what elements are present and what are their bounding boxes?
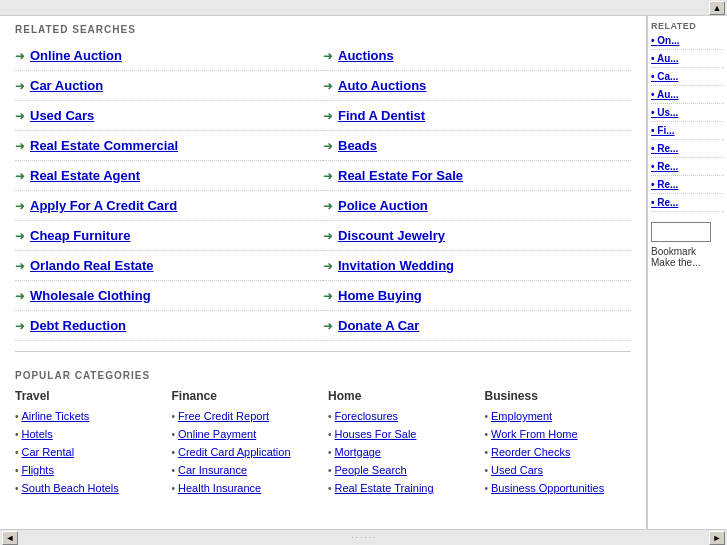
search-item: ➜ Auto Auctions xyxy=(323,71,631,101)
arrow-icon: ➜ xyxy=(323,229,333,243)
search-item: ➜ Auctions xyxy=(323,41,631,71)
section-divider xyxy=(15,351,631,352)
travel-link-1[interactable]: Airline Tickets xyxy=(22,410,90,422)
search-item: ➜ Orlando Real Estate xyxy=(15,251,323,281)
home-link-3[interactable]: Mortgage xyxy=(335,446,381,458)
home-link-4[interactable]: People Search xyxy=(335,464,407,476)
search-link-auctions[interactable]: Auctions xyxy=(338,48,394,63)
arrow-icon: ➜ xyxy=(323,139,333,153)
arrow-icon: ➜ xyxy=(15,109,25,123)
scroll-right-btn[interactable]: ► xyxy=(709,531,725,545)
sidebar-link-7[interactable]: • Re... xyxy=(651,161,724,176)
top-scrollbar: ▲ xyxy=(0,0,727,16)
search-link-real-estate-commercial[interactable]: Real Estate Commercial xyxy=(30,138,178,153)
category-business-list: Employment Work From Home Reorder Checks… xyxy=(485,408,632,495)
arrow-icon: ➜ xyxy=(15,229,25,243)
sidebar-link-1[interactable]: • Au... xyxy=(651,53,724,68)
travel-link-5[interactable]: South Beach Hotels xyxy=(22,482,119,494)
bookmark-input-box[interactable] xyxy=(651,222,711,242)
home-link-2[interactable]: Houses For Sale xyxy=(335,428,417,440)
sidebar-link-6[interactable]: • Re... xyxy=(651,143,724,158)
sidebar-link-3[interactable]: • Au... xyxy=(651,89,724,104)
sidebar-link-8[interactable]: • Re... xyxy=(651,179,724,194)
search-link-credit-card[interactable]: Apply For A Credit Card xyxy=(30,198,177,213)
arrow-icon: ➜ xyxy=(15,319,25,333)
category-travel: Travel Airline Tickets Hotels Car Rental… xyxy=(15,389,162,498)
sidebar-link-4[interactable]: • Us... xyxy=(651,107,724,122)
search-link-debt-reduction[interactable]: Debt Reduction xyxy=(30,318,126,333)
business-link-2[interactable]: Work From Home xyxy=(491,428,578,440)
list-item: Business Opportunities xyxy=(485,480,632,495)
scroll-left-btn[interactable]: ◄ xyxy=(2,531,18,545)
list-item: Credit Card Application xyxy=(172,444,319,459)
search-link-cheap-furniture[interactable]: Cheap Furniture xyxy=(30,228,130,243)
search-link-online-auction[interactable]: Online Auction xyxy=(30,48,122,63)
business-link-4[interactable]: Used Cars xyxy=(491,464,543,476)
finance-link-1[interactable]: Free Credit Report xyxy=(178,410,269,422)
list-item: Health Insurance xyxy=(172,480,319,495)
sidebar-link-0[interactable]: • On... xyxy=(651,35,724,50)
category-home: Home Foreclosures Houses For Sale Mortga… xyxy=(328,389,475,498)
search-link-wholesale-clothing[interactable]: Wholesale Clothing xyxy=(30,288,151,303)
search-item: ➜ Car Auction xyxy=(15,71,323,101)
sidebar-link-5[interactable]: • Fi... xyxy=(651,125,724,140)
category-home-list: Foreclosures Houses For Sale Mortgage Pe… xyxy=(328,408,475,495)
business-link-5[interactable]: Business Opportunities xyxy=(491,482,604,494)
arrow-icon: ➜ xyxy=(15,79,25,93)
finance-link-5[interactable]: Health Insurance xyxy=(178,482,261,494)
category-business: Business Employment Work From Home Reord… xyxy=(485,389,632,498)
business-link-3[interactable]: Reorder Checks xyxy=(491,446,570,458)
home-link-1[interactable]: Foreclosures xyxy=(335,410,399,422)
search-link-donate-car[interactable]: Donate A Car xyxy=(338,318,419,333)
popular-categories-section: POPULAR CATEGORIES Travel Airline Ticket… xyxy=(0,362,646,506)
search-item: ➜ Used Cars xyxy=(15,101,323,131)
category-finance-title: Finance xyxy=(172,389,319,403)
arrow-icon: ➜ xyxy=(323,169,333,183)
category-finance-list: Free Credit Report Online Payment Credit… xyxy=(172,408,319,495)
travel-link-2[interactable]: Hotels xyxy=(22,428,53,440)
business-link-1[interactable]: Employment xyxy=(491,410,552,422)
finance-link-3[interactable]: Credit Card Application xyxy=(178,446,291,458)
search-item: ➜ Online Auction xyxy=(15,41,323,71)
list-item: Car Rental xyxy=(15,444,162,459)
arrow-icon: ➜ xyxy=(323,259,333,273)
finance-link-4[interactable]: Car Insurance xyxy=(178,464,247,476)
search-link-used-cars[interactable]: Used Cars xyxy=(30,108,94,123)
category-home-title: Home xyxy=(328,389,475,403)
search-item: ➜ Real Estate Agent xyxy=(15,161,323,191)
bookmark-text-2: Make the... xyxy=(651,257,724,268)
travel-link-4[interactable]: Flights xyxy=(22,464,54,476)
search-link-police-auction[interactable]: Police Auction xyxy=(338,198,428,213)
home-link-5[interactable]: Real Estate Training xyxy=(335,482,434,494)
arrow-icon: ➜ xyxy=(15,169,25,183)
category-travel-list: Airline Tickets Hotels Car Rental Flight… xyxy=(15,408,162,495)
list-item: Airline Tickets xyxy=(15,408,162,423)
list-item: Flights xyxy=(15,462,162,477)
search-link-home-buying[interactable]: Home Buying xyxy=(338,288,422,303)
arrow-icon: ➜ xyxy=(323,109,333,123)
search-link-real-estate-sale[interactable]: Real Estate For Sale xyxy=(338,168,463,183)
scroll-dots: · · · · · · xyxy=(351,533,375,542)
search-link-beads[interactable]: Beads xyxy=(338,138,377,153)
sidebar-link-9[interactable]: • Re... xyxy=(651,197,724,212)
scroll-up-btn[interactable]: ▲ xyxy=(709,1,725,15)
search-item: ➜ Cheap Furniture xyxy=(15,221,323,251)
search-link-discount-jewelry[interactable]: Discount Jewelry xyxy=(338,228,445,243)
arrow-icon: ➜ xyxy=(15,49,25,63)
list-item: Online Payment xyxy=(172,426,319,441)
sidebar-link-2[interactable]: • Ca... xyxy=(651,71,724,86)
search-link-orlando[interactable]: Orlando Real Estate xyxy=(30,258,154,273)
travel-link-3[interactable]: Car Rental xyxy=(22,446,75,458)
search-link-invitation-wedding[interactable]: Invitation Wedding xyxy=(338,258,454,273)
search-item: ➜ Beads xyxy=(323,131,631,161)
search-item: ➜ Find A Dentist xyxy=(323,101,631,131)
search-link-real-estate-agent[interactable]: Real Estate Agent xyxy=(30,168,140,183)
search-item: ➜ Discount Jewelry xyxy=(323,221,631,251)
finance-link-2[interactable]: Online Payment xyxy=(178,428,256,440)
search-item: ➜ Debt Reduction xyxy=(15,311,323,341)
search-link-car-auction[interactable]: Car Auction xyxy=(30,78,103,93)
search-link-find-dentist[interactable]: Find A Dentist xyxy=(338,108,425,123)
list-item: Houses For Sale xyxy=(328,426,475,441)
list-item: Free Credit Report xyxy=(172,408,319,423)
search-link-auto-auctions[interactable]: Auto Auctions xyxy=(338,78,426,93)
